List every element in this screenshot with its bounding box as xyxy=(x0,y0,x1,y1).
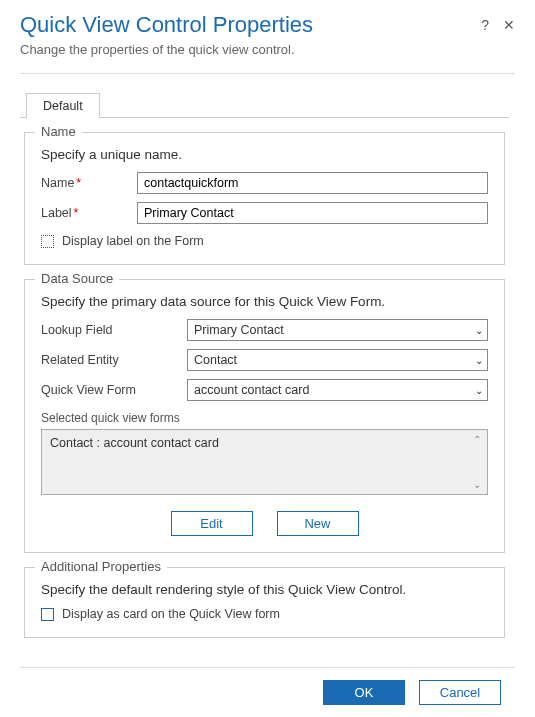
dialog-subtitle: Change the properties of the quick view … xyxy=(20,42,515,57)
row-lookup: Lookup Field Primary Contact ⌄ xyxy=(41,319,488,341)
dialog-title: Quick View Control Properties xyxy=(20,12,313,38)
label-related: Related Entity xyxy=(41,353,187,367)
new-button[interactable]: New xyxy=(277,511,359,536)
header-row: Quick View Control Properties ? ✕ xyxy=(20,12,515,38)
label-selected-forms: Selected quick view forms xyxy=(41,411,488,425)
checkbox-display-card[interactable]: Display as card on the Quick View form xyxy=(41,607,488,621)
row-name: Name* xyxy=(41,172,488,194)
listbox-selected-forms[interactable]: Contact : account contact card ⌃ ⌄ xyxy=(41,429,488,495)
ds-hint: Specify the primary data source for this… xyxy=(41,294,488,309)
chevron-down-icon: ⌄ xyxy=(475,325,483,336)
label-label: Label* xyxy=(41,206,137,220)
legend-data-source: Data Source xyxy=(35,271,119,286)
checkbox-display-label-text: Display label on the Form xyxy=(62,234,204,248)
input-label[interactable] xyxy=(137,202,488,224)
select-lookup[interactable]: Primary Contact ⌄ xyxy=(187,319,488,341)
legend-additional: Additional Properties xyxy=(35,559,167,574)
content-scroll[interactable]: Default Name Specify a unique name. Name… xyxy=(20,73,515,667)
legend-name: Name xyxy=(35,124,82,139)
select-lookup-value: Primary Contact xyxy=(194,323,284,337)
row-qvf: Quick View Form account contact card ⌄ xyxy=(41,379,488,401)
checkbox-icon xyxy=(41,608,54,621)
chevron-down-icon: ⌄ xyxy=(475,355,483,366)
header-actions: ? ✕ xyxy=(481,18,515,32)
tab-default[interactable]: Default xyxy=(26,93,100,118)
ds-button-row: Edit New xyxy=(41,511,488,536)
name-hint: Specify a unique name. xyxy=(41,147,488,162)
row-related: Related Entity Contact ⌄ xyxy=(41,349,488,371)
ok-button[interactable]: OK xyxy=(323,680,405,705)
cancel-button[interactable]: Cancel xyxy=(419,680,501,705)
label-lookup: Lookup Field xyxy=(41,323,187,337)
chevron-down-icon: ⌄ xyxy=(473,479,481,490)
fieldset-name: Name Specify a unique name. Name* Label*… xyxy=(24,132,505,265)
list-item[interactable]: Contact : account contact card xyxy=(50,436,479,450)
footer: OK Cancel xyxy=(20,667,515,717)
help-icon[interactable]: ? xyxy=(481,18,489,32)
chevron-down-icon: ⌄ xyxy=(475,385,483,396)
input-name[interactable] xyxy=(137,172,488,194)
select-qvf-value: account contact card xyxy=(194,383,309,397)
label-qvf: Quick View Form xyxy=(41,383,187,397)
checkbox-display-label[interactable]: Display label on the Form xyxy=(41,234,488,248)
select-qvf[interactable]: account contact card ⌄ xyxy=(187,379,488,401)
dialog-root: Quick View Control Properties ? ✕ Change… xyxy=(0,0,535,717)
checkbox-display-card-text: Display as card on the Quick View form xyxy=(62,607,280,621)
fieldset-additional: Additional Properties Specify the defaul… xyxy=(24,567,505,638)
select-related-value: Contact xyxy=(194,353,237,367)
tab-strip: Default xyxy=(20,92,509,118)
checkbox-icon xyxy=(41,235,54,248)
select-related[interactable]: Contact ⌄ xyxy=(187,349,488,371)
edit-button[interactable]: Edit xyxy=(171,511,253,536)
close-icon[interactable]: ✕ xyxy=(503,18,515,32)
additional-hint: Specify the default rendering style of t… xyxy=(41,582,488,597)
label-name: Name* xyxy=(41,176,137,190)
fieldset-data-source: Data Source Specify the primary data sou… xyxy=(24,279,505,553)
chevron-up-icon: ⌃ xyxy=(473,434,481,445)
row-label: Label* xyxy=(41,202,488,224)
